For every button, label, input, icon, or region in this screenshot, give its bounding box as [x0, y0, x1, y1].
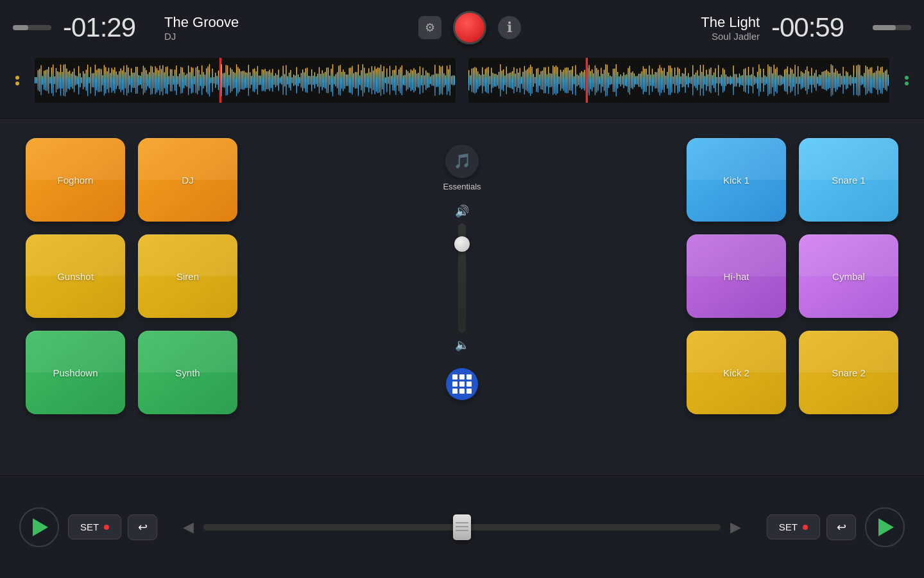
vu-dot: [905, 82, 909, 85]
volume-high-icon: 🔊: [455, 204, 469, 218]
pad-snare1[interactable]: Snare 1: [799, 138, 898, 222]
left-track-title: The Groove: [164, 14, 239, 31]
left-track-artist: DJ: [164, 31, 239, 42]
volume-bar-left[interactable]: [13, 25, 51, 30]
track-info-left: -01:29 The Groove DJ: [13, 12, 239, 43]
left-track-info: The Groove DJ: [164, 14, 239, 42]
track-info-right: The Light Soul Jadler -00:59: [701, 12, 911, 43]
left-time-display: -01:29: [63, 12, 153, 43]
grid-dot: [459, 389, 465, 394]
grid-dot: [459, 381, 465, 387]
left-play-icon: [33, 518, 48, 536]
volume-bar-right[interactable]: [873, 25, 911, 30]
pad-kick2[interactable]: Kick 2: [687, 331, 786, 414]
grid-dot: [452, 374, 458, 380]
center-transport-controls: ⚙ ℹ: [418, 11, 521, 44]
cf-left-arrow[interactable]: ◀: [183, 519, 194, 536]
cf-right-arrow[interactable]: ▶: [730, 519, 741, 536]
grid-dot: [466, 374, 472, 380]
right-waveform[interactable]: [468, 58, 889, 103]
right-play-icon: [878, 518, 894, 536]
right-time-display: -00:59: [771, 12, 861, 43]
grid-dot: [459, 374, 465, 380]
volume-low-icon: 🔈: [455, 338, 469, 352]
right-track-info: The Light Soul Jadler: [701, 14, 760, 42]
grid-button[interactable]: [446, 368, 478, 400]
grid-icon: [452, 374, 472, 394]
grid-dot: [466, 381, 472, 387]
left-waveform[interactable]: // Generated inline waveform bars: [35, 58, 456, 103]
settings-button[interactable]: ⚙: [418, 16, 441, 39]
volume-thumb[interactable]: [454, 236, 470, 252]
crossfader-thumb[interactable]: [453, 514, 471, 540]
right-set-button[interactable]: SET: [767, 514, 820, 539]
main-content: FoghornDJGunshotSirenPushdownSynth 🎵 Ess…: [0, 119, 924, 475]
left-set-label: SET: [80, 521, 99, 532]
right-track-artist: Soul Jadler: [701, 31, 760, 42]
vu-dot: [15, 76, 19, 80]
transport-row: -01:29 The Groove DJ ⚙ ℹ The Light Soul …: [0, 0, 924, 51]
pad-gunshot[interactable]: Gunshot: [26, 234, 125, 318]
pad-kick1[interactable]: Kick 1: [687, 138, 786, 222]
center-column: 🎵 Essentials 🔊 🔈: [237, 138, 687, 400]
left-set-button[interactable]: SET: [68, 514, 121, 539]
vu-meter-left: [13, 73, 22, 88]
crossfader-section: ◀ ▶: [157, 519, 767, 536]
grid-dot: [452, 381, 458, 387]
pad-snare2[interactable]: Snare 2: [799, 331, 898, 414]
essentials-button[interactable]: 🎵 Essentials: [443, 144, 481, 191]
right-track-title: The Light: [701, 14, 760, 31]
bottom-bar: SET ↩ ◀ ▶ SET ↩: [0, 475, 924, 578]
right-playhead: [586, 58, 588, 103]
left-loop-button[interactable]: ↩: [128, 514, 157, 540]
info-button[interactable]: ℹ: [498, 16, 521, 39]
waveform-row: // Generated inline waveform bars: [0, 51, 924, 109]
right-loop-button[interactable]: ↩: [826, 514, 856, 540]
volume-track[interactable]: [458, 223, 466, 333]
vu-meter-right: [902, 73, 911, 88]
left-bottom-controls: SET ↩: [19, 507, 157, 547]
left-pad-grid: FoghornDJGunshotSirenPushdownSynth: [26, 138, 237, 414]
pad-foghorn[interactable]: Foghorn: [26, 138, 125, 222]
pad-dj[interactable]: DJ: [138, 138, 237, 222]
left-play-button[interactable]: [19, 507, 59, 547]
pad-pushdown[interactable]: Pushdown: [26, 331, 125, 414]
grid-dot: [452, 389, 458, 394]
info-icon: ℹ: [507, 19, 512, 36]
grid-dot: [466, 389, 472, 394]
left-set-dot: [104, 525, 109, 530]
vu-dot: [15, 82, 19, 85]
vu-dot: [905, 76, 909, 80]
pad-cymbal[interactable]: Cymbal: [799, 234, 898, 318]
loop-icon: ↩: [138, 520, 148, 534]
right-play-button[interactable]: [865, 507, 905, 547]
record-button[interactable]: [453, 11, 486, 44]
top-bar: -01:29 The Groove DJ ⚙ ℹ The Light Soul …: [0, 0, 924, 119]
right-set-label: SET: [779, 521, 798, 532]
left-set-controls: SET ↩: [68, 514, 157, 540]
right-loop-icon: ↩: [837, 520, 846, 534]
gear-icon: ⚙: [425, 21, 435, 35]
pad-synth[interactable]: Synth: [138, 331, 237, 414]
essentials-label: Essentials: [443, 182, 481, 191]
right-bottom-controls: SET ↩: [767, 507, 905, 547]
pad-siren[interactable]: Siren: [138, 234, 237, 318]
right-pad-grid: Kick 1Snare 1Hi-hatCymbalKick 2Snare 2: [687, 138, 898, 414]
right-set-controls: SET ↩: [767, 514, 856, 540]
essentials-icon: 🎵: [445, 144, 479, 178]
crossfader-track[interactable]: [203, 524, 721, 530]
volume-slider: 🔊 🔈: [455, 204, 469, 352]
right-set-dot: [803, 525, 808, 530]
pad-hihat[interactable]: Hi-hat: [687, 234, 786, 318]
